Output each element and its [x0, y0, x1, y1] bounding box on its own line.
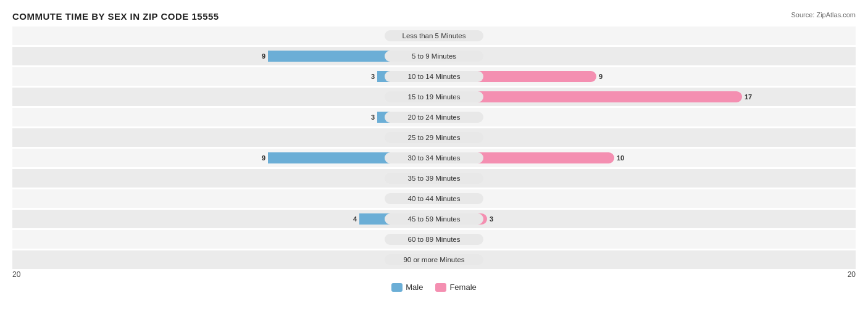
- right-section: 0: [432, 108, 852, 126]
- left-section: 3: [12, 108, 432, 126]
- bar-row: 310 to 14 Minutes9: [12, 67, 856, 86]
- bar-row: 025 to 29 Minutes0: [12, 128, 856, 147]
- left-section: 0: [12, 169, 432, 188]
- male-value: 9: [262, 154, 265, 162]
- bar-label: 15 to 19 Minutes: [385, 91, 483, 102]
- left-section: 9: [12, 47, 432, 65]
- legend: Male Female: [12, 283, 856, 292]
- left-section: 0: [12, 189, 432, 208]
- right-section: 10: [432, 149, 852, 167]
- legend-female-color: [435, 283, 446, 292]
- bar-row: 930 to 34 Minutes10: [12, 149, 856, 167]
- legend-male: Male: [391, 283, 423, 292]
- female-value: 9: [599, 73, 603, 80]
- male-value: 3: [371, 114, 375, 121]
- left-section: 9: [12, 149, 432, 167]
- bar-label: 45 to 59 Minutes: [385, 213, 483, 225]
- female-value: 10: [617, 154, 624, 162]
- axis-right: 20: [848, 270, 856, 279]
- bar-label: 40 to 44 Minutes: [385, 193, 483, 204]
- legend-male-label: Male: [406, 283, 423, 292]
- bar-label: 5 to 9 Minutes: [385, 51, 483, 62]
- right-section: 0: [432, 189, 852, 208]
- legend-female-label: Female: [449, 283, 476, 292]
- left-section: 3: [12, 67, 432, 86]
- axis-labels: 20 20: [12, 270, 856, 279]
- bar-label: 30 to 34 Minutes: [385, 152, 483, 163]
- bar-label: 10 to 14 Minutes: [385, 71, 483, 82]
- bar-row: 040 to 44 Minutes0: [12, 189, 856, 208]
- chart-title: COMMUTE TIME BY SEX IN ZIP CODE 15555: [12, 11, 856, 22]
- female-value: 3: [490, 215, 493, 223]
- male-value: 4: [353, 215, 357, 223]
- left-section: 0: [12, 250, 432, 269]
- bar-row: 060 to 89 Minutes0: [12, 230, 856, 249]
- left-section: 0: [12, 230, 432, 249]
- axis-left: 20: [12, 270, 20, 279]
- right-section: 0: [432, 230, 852, 249]
- left-section: 0: [12, 88, 432, 106]
- bar-label: 20 to 24 Minutes: [385, 112, 483, 123]
- bar-row: 015 to 19 Minutes17: [12, 88, 856, 106]
- bar-label: 90 or more Minutes: [385, 254, 483, 265]
- male-value: 9: [262, 52, 265, 60]
- female-value: 17: [745, 93, 752, 101]
- male-value: 3: [371, 73, 375, 80]
- source-text: Source: ZipAtlas.com: [791, 11, 856, 19]
- bar-row: 0Less than 5 Minutes0: [12, 27, 856, 45]
- bar-row: 95 to 9 Minutes0: [12, 47, 856, 65]
- bar-row: 445 to 59 Minutes3: [12, 210, 856, 228]
- bar-label: Less than 5 Minutes: [385, 30, 483, 41]
- bar-label: 60 to 89 Minutes: [385, 234, 483, 245]
- legend-male-color: [391, 283, 403, 292]
- right-section: 0: [432, 128, 852, 147]
- legend-female: Female: [435, 283, 476, 292]
- bar-label: 25 to 29 Minutes: [385, 132, 483, 143]
- right-section: 0: [432, 250, 852, 269]
- bar-row: 090 or more Minutes0: [12, 250, 856, 269]
- bar-label: 35 to 39 Minutes: [385, 173, 483, 184]
- right-section: 0: [432, 169, 852, 188]
- right-section: 0: [432, 27, 852, 45]
- right-section: 3: [432, 210, 852, 228]
- right-section: 0: [432, 47, 852, 65]
- right-section: 9: [432, 67, 852, 86]
- bar-row: 035 to 39 Minutes0: [12, 169, 856, 188]
- left-section: 0: [12, 128, 432, 147]
- left-section: 4: [12, 210, 432, 228]
- bar-row: 320 to 24 Minutes0: [12, 108, 856, 126]
- left-section: 0: [12, 27, 432, 45]
- right-section: 17: [432, 88, 852, 106]
- chart-container: COMMUTE TIME BY SEX IN ZIP CODE 15555 So…: [0, 0, 868, 322]
- chart-area: 0Less than 5 Minutes095 to 9 Minutes0310…: [12, 27, 856, 267]
